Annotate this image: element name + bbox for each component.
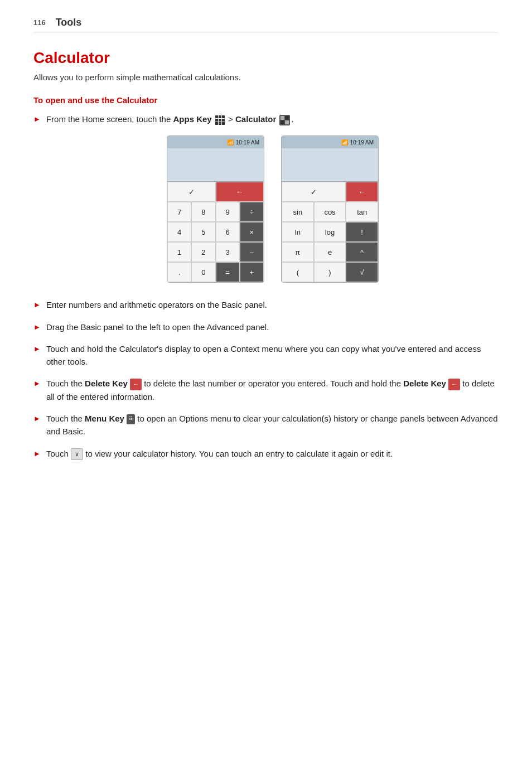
advanced-time: 10:19 AM: [350, 139, 374, 146]
btn-1[interactable]: 1: [167, 242, 191, 262]
menu-key-icon: ⠿: [127, 414, 135, 424]
bullet-arrow-4: ►: [33, 343, 41, 355]
btn-div[interactable]: ÷: [240, 202, 264, 222]
btn-log[interactable]: log: [314, 222, 346, 242]
btn-cos[interactable]: cos: [314, 202, 346, 222]
header-title: Tools: [56, 17, 82, 28]
page: 116 Tools Calculator Allows you to perfo…: [0, 0, 532, 502]
basic-display: [167, 148, 264, 182]
bullet-text-4: Touch and hold the Calculator's display …: [46, 342, 499, 369]
bullet-history: ► Touch ∨ to view your calculator histor…: [33, 447, 499, 461]
bullet-arrow-7: ►: [33, 448, 41, 459]
btn-sqrt[interactable]: √: [346, 262, 378, 282]
btn-4[interactable]: 4: [167, 222, 191, 242]
basic-grid: 7 8 9 ÷ 4 5 6 × 1 2 3 – . 0 = +: [167, 202, 264, 282]
bullet-home-screen: ► From the Home screen, touch the Apps K…: [33, 113, 499, 125]
delete-key-icon-2: ←: [448, 379, 460, 390]
bullet-arrow-6: ►: [33, 413, 41, 424]
bullet-arrow-3: ►: [33, 322, 41, 333]
btn-add[interactable]: +: [240, 262, 264, 282]
btn-lparen[interactable]: (: [282, 262, 314, 282]
btn-3[interactable]: 3: [216, 242, 240, 262]
bullet-menu-key: ► Touch the Menu Key ⠿ to open an Option…: [33, 412, 499, 438]
btn-rparen[interactable]: ): [314, 262, 346, 282]
section-title: Calculator: [33, 49, 499, 67]
page-number: 116: [33, 18, 46, 27]
btn-factorial[interactable]: !: [346, 222, 378, 242]
calculator-app-icon: [279, 115, 290, 125]
bullet-text-6: Touch the Menu Key ⠿ to open an Options …: [46, 412, 499, 438]
basic-status-bar: 📶 10:19 AM: [167, 136, 264, 148]
btn-8[interactable]: 8: [191, 202, 215, 222]
basic-backspace-btn[interactable]: ←: [216, 182, 264, 202]
btn-e[interactable]: e: [314, 242, 346, 262]
btn-7[interactable]: 7: [167, 202, 191, 222]
section-subtitle: Allows you to perform simple mathematica…: [33, 72, 499, 82]
apps-key-icon: [215, 115, 225, 125]
bullet-touch-hold: ► Touch and hold the Calculator's displa…: [33, 342, 499, 369]
advanced-top-row: ✓ ←: [282, 182, 378, 202]
signal-icon-adv: 📶: [341, 139, 348, 146]
basic-calculator-phone: 📶 10:19 AM ✓ ← 7 8 9 ÷ 4 5 6 × 1 2 3: [167, 135, 264, 283]
advanced-status-bar: 📶 10:19 AM: [282, 136, 378, 148]
btn-0[interactable]: 0: [191, 262, 215, 282]
header-bar: 116 Tools: [33, 17, 499, 32]
advanced-display: [282, 148, 378, 182]
basic-time: 10:19 AM: [236, 139, 259, 146]
chevron-down-icon: ∨: [71, 448, 83, 460]
signal-icon: 📶: [227, 139, 234, 146]
screenshots-row: 📶 10:19 AM ✓ ← 7 8 9 ÷ 4 5 6 × 1 2 3: [47, 135, 499, 283]
advanced-calculator-phone: 📶 10:19 AM ✓ ← sin cos tan ln log ! π e …: [281, 135, 379, 283]
advanced-grid: sin cos tan ln log ! π e ^ ( ) √: [282, 202, 378, 282]
btn-5[interactable]: 5: [191, 222, 215, 242]
bullet-text-1: From the Home screen, touch the Apps Key…: [46, 113, 294, 125]
btn-ln[interactable]: ln: [282, 222, 314, 242]
bullet-arrow-2: ►: [33, 299, 41, 311]
btn-9[interactable]: 9: [216, 202, 240, 222]
btn-pi[interactable]: π: [282, 242, 314, 262]
btn-mul[interactable]: ×: [240, 222, 264, 242]
bullet-text-2: Enter numbers and arithmetic operators o…: [46, 298, 267, 311]
btn-2[interactable]: 2: [191, 242, 215, 262]
btn-6[interactable]: 6: [216, 222, 240, 242]
delete-key-icon-1: ←: [130, 379, 142, 390]
bullet-text-3: Drag the Basic panel to the left to open…: [46, 321, 269, 333]
adv-check-btn[interactable]: ✓: [282, 182, 346, 202]
btn-tan[interactable]: tan: [346, 202, 378, 222]
btn-sub[interactable]: –: [240, 242, 264, 262]
bullet-text-7: Touch ∨ to view your calculator history.…: [46, 447, 393, 461]
subsection-title: To open and use the Calculator: [33, 95, 499, 105]
bullet-text-5: Touch the Delete Key ← to delete the las…: [46, 377, 499, 403]
btn-eq[interactable]: =: [216, 262, 240, 282]
bullet-basic-panel: ► Enter numbers and arithmetic operators…: [33, 298, 499, 311]
basic-top-row: ✓ ←: [167, 182, 264, 202]
bullet-delete-key: ► Touch the Delete Key ← to delete the l…: [33, 377, 499, 403]
adv-backspace-btn[interactable]: ←: [346, 182, 378, 202]
bullet-drag-panel: ► Drag the Basic panel to the left to op…: [33, 321, 499, 333]
basic-check-btn[interactable]: ✓: [167, 182, 216, 202]
btn-power[interactable]: ^: [346, 242, 378, 262]
bullet-arrow-1: ►: [33, 114, 41, 125]
btn-sin[interactable]: sin: [282, 202, 314, 222]
btn-dot[interactable]: .: [167, 262, 191, 282]
bullet-arrow-5: ►: [33, 378, 41, 389]
